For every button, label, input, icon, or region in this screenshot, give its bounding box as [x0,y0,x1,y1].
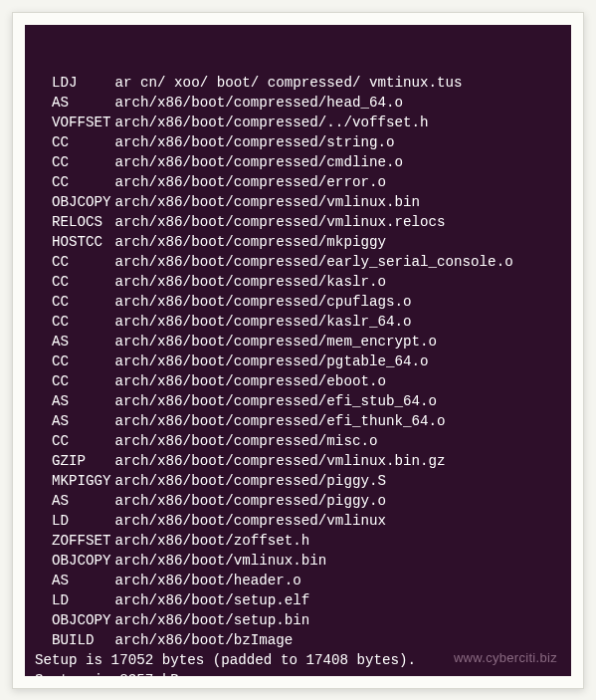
build-cmd: CC [35,351,106,371]
terminal-output: LDJ ar cn/ xoo/ boot/ compressed/ vmtinu… [35,73,561,676]
build-line: BUILD arch/x86/boot/bzImage [35,630,561,650]
photo-frame: LDJ ar cn/ xoo/ boot/ compressed/ vmtinu… [12,12,584,689]
build-cmd: AS [35,332,106,351]
build-cmd: CC [35,431,106,451]
build-path: arch/x86/boot/compressed/../voffset.h [106,115,429,130]
build-line: CC arch/x86/boot/compressed/kaslr.o [35,272,561,292]
build-path: arch/x86/boot/compressed/kaslr_64.o [106,314,412,330]
build-path: arch/x86/boot/compressed/head_64.o [106,95,403,111]
build-path: arch/x86/boot/compressed/vmlinux.bin.gz [106,453,446,469]
terminal-window[interactable]: LDJ ar cn/ xoo/ boot/ compressed/ vmtinu… [25,25,571,676]
build-path: arch/x86/boot/compressed/mkpiggy [106,234,386,250]
build-line: HOSTCC arch/x86/boot/compressed/mkpiggy [35,232,561,252]
build-path: arch/x86/boot/compressed/eboot.o [106,373,386,389]
build-path: arch/x86/boot/compressed/early_serial_co… [106,254,513,270]
build-line: AS arch/x86/boot/compressed/efi_thunk_64… [35,411,561,431]
build-cmd: CC [35,292,106,312]
build-path: ar cn/ xoo/ boot/ compressed/ vmtinux.tu… [106,75,463,91]
build-cmd: CC [35,152,106,172]
build-cmd: CC [35,252,106,272]
build-cmd: OBJCOPY [35,192,106,212]
build-path: arch/x86/boot/compressed/cmdline.o [106,154,403,170]
build-line: RELOCS arch/x86/boot/compressed/vmlinux.… [35,212,561,232]
build-line: CC arch/x86/boot/compressed/cpuflags.o [35,292,561,312]
build-line: CC arch/x86/boot/compressed/string.o [35,132,561,152]
build-line: AS arch/x86/boot/compressed/piggy.o [35,491,561,511]
build-line: AS arch/x86/boot/compressed/efi_stub_64.… [35,391,561,411]
build-cmd: AS [35,491,106,511]
build-cmd: BUILD [35,630,106,650]
build-path: arch/x86/boot/bzImage [106,632,293,648]
build-path: arch/x86/boot/compressed/vmlinux.relocs [106,214,446,230]
build-line: CC arch/x86/boot/compressed/early_serial… [35,252,561,272]
build-cmd: LD [35,590,106,610]
build-cmd: HOSTCC [35,232,106,252]
build-cmd: LDJ [35,73,106,93]
status-line: System is 8357 kB [35,670,561,676]
build-cmd: AS [35,411,106,431]
build-cmd: CC [35,312,106,332]
build-line: ZOFFSET arch/x86/boot/zoffset.h [35,531,561,551]
build-path: arch/x86/boot/zoffset.h [106,533,309,549]
build-line: MKPIGGY arch/x86/boot/compressed/piggy.S [35,471,561,491]
build-cmd: CC [35,172,106,192]
build-cmd: MKPIGGY [35,471,106,491]
build-cmd: AS [35,571,106,590]
build-path: arch/x86/boot/compressed/piggy.o [106,493,386,509]
build-cmd: GZIP [35,451,106,471]
build-cmd: AS [35,93,106,113]
build-cmd: OBJCOPY [35,551,106,571]
build-path: arch/x86/boot/compressed/misc.o [106,433,377,449]
build-line: CC arch/x86/boot/compressed/kaslr_64.o [35,312,561,332]
build-cmd: OBJCOPY [35,610,106,630]
build-line: CC arch/x86/boot/compressed/eboot.o [35,371,561,391]
build-path: arch/x86/boot/compressed/efi_stub_64.o [106,393,437,409]
build-line: CC arch/x86/boot/compressed/misc.o [35,431,561,451]
build-line: LD arch/x86/boot/setup.elf [35,590,561,610]
build-path: arch/x86/boot/compressed/string.o [106,134,394,150]
build-path: arch/x86/boot/compressed/cpuflags.o [106,294,412,310]
build-path: arch/x86/boot/compressed/vmlinux [106,513,386,529]
build-cmd: RELOCS [35,212,106,232]
build-line: AS arch/x86/boot/compressed/mem_encrypt.… [35,332,561,351]
build-cmd: ZOFFSET [35,531,106,551]
build-line: LDJ ar cn/ xoo/ boot/ compressed/ vmtinu… [35,73,561,93]
watermark-text: www.cyberciti.biz [454,648,557,668]
build-line: VOFFSET arch/x86/boot/compressed/../voff… [35,113,561,132]
build-path: arch/x86/boot/compressed/mem_encrypt.o [106,334,437,350]
build-line: CC arch/x86/boot/compressed/pgtable_64.o [35,351,561,371]
build-cmd: CC [35,132,106,152]
build-path: arch/x86/boot/compressed/vmlinux.bin [106,194,420,210]
build-cmd: CC [35,272,106,292]
build-line: AS arch/x86/boot/compressed/head_64.o [35,93,561,113]
build-line: CC arch/x86/boot/compressed/error.o [35,172,561,192]
build-line: OBJCOPY arch/x86/boot/compressed/vmlinux… [35,192,561,212]
build-line: GZIP arch/x86/boot/compressed/vmlinux.bi… [35,451,561,471]
build-line: CC arch/x86/boot/compressed/cmdline.o [35,152,561,172]
build-cmd: CC [35,371,106,391]
build-path: arch/x86/boot/compressed/efi_thunk_64.o [106,413,446,429]
build-path: arch/x86/boot/setup.elf [106,592,309,608]
build-line: OBJCOPY arch/x86/boot/vmlinux.bin [35,551,561,571]
build-line: AS arch/x86/boot/header.o [35,571,561,590]
build-path: arch/x86/boot/header.o [106,573,301,588]
build-path: arch/x86/boot/compressed/pgtable_64.o [106,353,429,369]
build-cmd: LD [35,511,106,531]
build-path: arch/x86/boot/setup.bin [106,612,309,628]
build-path: arch/x86/boot/compressed/piggy.S [106,473,386,489]
build-cmd: VOFFSET [35,113,106,132]
build-path: arch/x86/boot/vmlinux.bin [106,553,326,569]
build-path: arch/x86/boot/compressed/kaslr.o [106,274,386,290]
build-path: arch/x86/boot/compressed/error.o [106,174,386,190]
build-line: OBJCOPY arch/x86/boot/setup.bin [35,610,561,630]
build-cmd: AS [35,391,106,411]
build-line: LD arch/x86/boot/compressed/vmlinux [35,511,561,531]
